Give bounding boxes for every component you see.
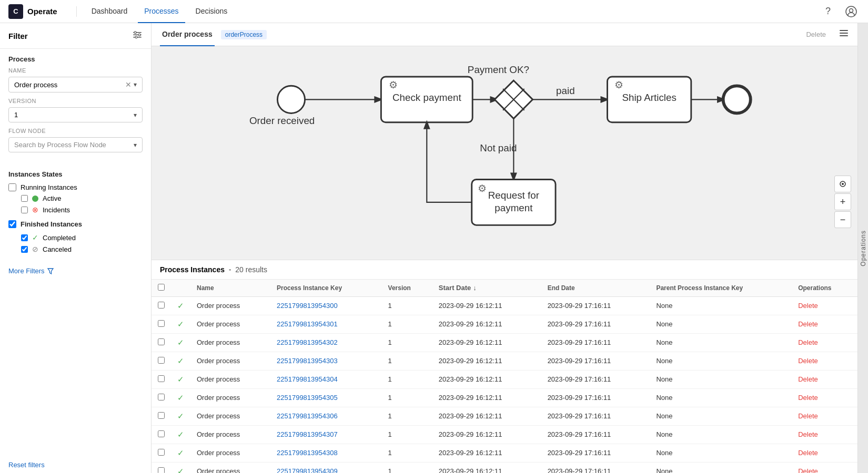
process-section: Process Name Order process ✕ ▾ Version 1… [0, 49, 151, 164]
row-start-date: 2023-09-29 16:12:11 [432, 388, 541, 407]
canceled-icon: ⊘ [32, 245, 38, 253]
col-start-date[interactable]: Start Date ↓ [432, 280, 541, 297]
row-checkbox[interactable] [158, 357, 165, 364]
row-checkbox[interactable] [158, 375, 165, 382]
svg-text:Order received: Order received [249, 115, 315, 126]
running-instances-checkbox[interactable] [8, 183, 16, 191]
row-checkbox[interactable] [158, 412, 165, 419]
delete-instance-button[interactable]: Delete [798, 430, 818, 438]
svg-point-6 [138, 34, 140, 36]
instance-key-link[interactable]: 2251799813954303 [277, 357, 338, 365]
active-checkbox[interactable] [21, 195, 28, 202]
help-button[interactable]: ? [820, 3, 836, 20]
instance-key-link[interactable]: 2251799813954300 [277, 302, 338, 310]
incidents-row: ⊗ Incidents [21, 205, 143, 214]
row-operations: Delete [792, 462, 857, 473]
version-dropdown[interactable]: 1 ▾ [8, 107, 143, 122]
row-name: Order process [190, 333, 270, 352]
row-name: Order process [190, 370, 270, 388]
row-parent-key: None [650, 444, 792, 462]
completed-status-icon: ✓ [177, 301, 184, 310]
delete-instance-button[interactable]: Delete [798, 412, 818, 420]
process-tab[interactable]: Order process [160, 23, 215, 46]
delete-instance-button[interactable]: Delete [798, 338, 818, 346]
nav-decisions[interactable]: Decisions [189, 0, 234, 23]
filter-toggle-icon[interactable] [132, 29, 143, 42]
completed-label: Completed [43, 234, 76, 242]
completed-status-icon: ✓ [177, 338, 184, 347]
row-checkbox[interactable] [158, 449, 165, 456]
canceled-row: ⊘ Canceled [21, 245, 143, 253]
row-name: Order process [190, 407, 270, 425]
delete-instance-button[interactable]: Delete [798, 449, 818, 457]
row-key: 2251799813954308 [270, 444, 382, 462]
content-header: Order process orderProcess Delete [152, 23, 857, 46]
zoom-out-button[interactable]: − [834, 211, 851, 228]
canceled-checkbox[interactable] [21, 246, 28, 253]
row-checkbox[interactable] [158, 302, 165, 309]
instance-key-link[interactable]: 2251799813954306 [277, 412, 338, 420]
delete-instance-button[interactable]: Delete [798, 357, 818, 365]
row-parent-key: None [650, 370, 792, 388]
table-row: ✓ Order process 2251799813954309 1 2023-… [152, 462, 857, 473]
row-key: 2251799813954307 [270, 425, 382, 444]
delete-instance-button[interactable]: Delete [798, 375, 818, 383]
delete-button[interactable]: Delete [806, 30, 826, 38]
zoom-reset-button[interactable] [834, 176, 851, 192]
row-checkbox[interactable] [158, 394, 165, 400]
filter-title: Filter [8, 32, 28, 40]
row-version: 1 [382, 333, 432, 352]
svg-text:Payment OK?: Payment OK? [468, 64, 529, 75]
instance-key-link[interactable]: 2251799813954304 [277, 375, 338, 383]
col-name: Name [190, 280, 270, 297]
completed-checkbox[interactable] [21, 234, 28, 241]
table-row: ✓ Order process 2251799813954306 1 2023-… [152, 407, 857, 425]
process-name-dropdown[interactable]: Order process ✕ ▾ [8, 77, 143, 92]
row-start-date: 2023-09-29 16:12:11 [432, 370, 541, 388]
delete-instance-button[interactable]: Delete [798, 394, 818, 402]
row-checkbox[interactable] [158, 430, 165, 437]
nav-dashboard[interactable]: Dashboard [85, 0, 134, 23]
row-parent-key: None [650, 333, 792, 352]
row-key: 2251799813954301 [270, 315, 382, 333]
row-operations: Delete [792, 425, 857, 444]
row-checkbox[interactable] [158, 320, 165, 327]
active-status-dot [32, 196, 38, 202]
svg-rect-10 [840, 33, 848, 34]
operations-sidebar-tab[interactable]: Operations [857, 23, 868, 473]
nav-processes[interactable]: Processes [138, 0, 185, 23]
row-end-date: 2023-09-29 17:16:11 [541, 296, 650, 315]
delete-instance-button[interactable]: Delete [798, 320, 818, 328]
row-name: Order process [190, 388, 270, 407]
user-button[interactable] [843, 3, 860, 20]
instance-key-link[interactable]: 2251799813954302 [277, 338, 338, 346]
more-filters-button[interactable]: More Filters [0, 263, 151, 279]
reset-filters-button[interactable]: Reset filters [0, 457, 151, 473]
row-checkbox[interactable] [158, 338, 165, 345]
instance-key-link[interactable]: 2251799813954307 [277, 430, 338, 438]
row-checkbox[interactable] [158, 467, 165, 474]
flow-node-dropdown[interactable]: Search by Process Flow Node ▾ [8, 137, 143, 152]
table-row: ✓ Order process 2251799813954307 1 2023-… [152, 425, 857, 444]
select-all-checkbox[interactable] [158, 284, 165, 291]
zoom-in-button[interactable]: + [834, 193, 851, 210]
row-end-date: 2023-09-29 17:16:11 [541, 407, 650, 425]
svg-point-12 [277, 86, 305, 113]
row-name: Order process [190, 462, 270, 473]
instance-key-link[interactable]: 2251799813954308 [277, 449, 338, 457]
reset-filters-label: Reset filters [8, 461, 45, 469]
incidents-checkbox[interactable] [21, 207, 28, 213]
row-name: Order process [190, 425, 270, 444]
clear-process-icon[interactable]: ✕ [125, 80, 132, 89]
instance-key-link[interactable]: 2251799813954305 [277, 394, 338, 402]
instance-key-link[interactable]: 2251799813954309 [277, 467, 338, 473]
instance-key-link[interactable]: 2251799813954301 [277, 320, 338, 328]
sidebar: Filter Process Name Order process ✕ ▾ [0, 23, 152, 473]
canceled-label: Canceled [43, 245, 72, 253]
instances-tbody: ✓ Order process 2251799813954300 1 2023-… [152, 296, 857, 473]
finished-instances-checkbox[interactable] [8, 220, 16, 228]
panel-toggle-icon[interactable] [839, 28, 849, 41]
zoom-controls: + − [834, 176, 851, 228]
delete-instance-button[interactable]: Delete [798, 467, 818, 473]
delete-instance-button[interactable]: Delete [798, 302, 818, 310]
